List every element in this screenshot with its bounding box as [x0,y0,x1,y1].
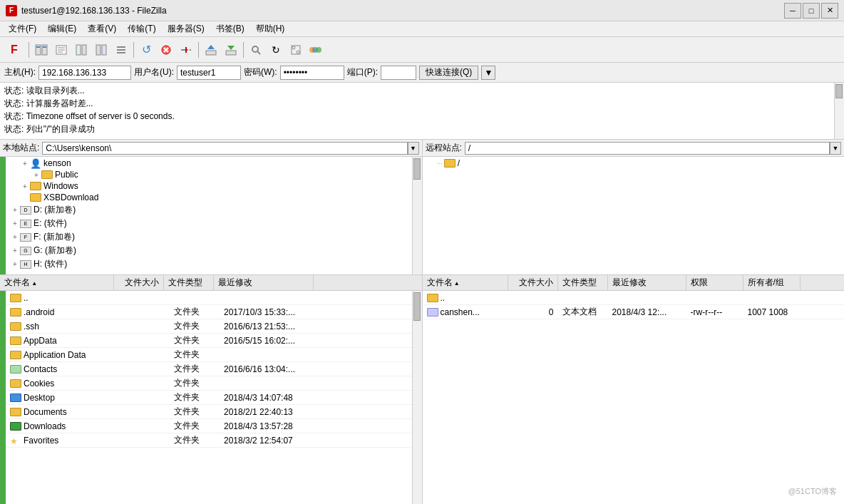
title-bar: F testuser1@192.168.136.133 - FileZilla … [0,0,844,21]
menu-view[interactable]: 查看(V) [82,21,122,36]
tree-item-xsbdownload[interactable]: XSBDownload [6,192,412,203]
toolbar-toggle-log[interactable] [52,41,71,59]
file-row-parent[interactable]: .. [6,291,412,305]
file-modified: 2018/4/3 12:... [608,307,686,317]
file-row-parent-remote[interactable]: .. [423,291,845,305]
local-path-input[interactable] [42,142,407,155]
folder-icon [427,294,438,302]
remote-path-dropdown[interactable]: ▼ [830,142,841,155]
toolbar-search[interactable] [247,41,265,59]
doc-icon [427,308,438,317]
minimize-button[interactable]: ─ [784,3,801,19]
folder-icon [10,336,21,345]
port-label: 端口(P): [347,66,378,78]
port-input[interactable] [381,66,416,80]
file-modified: 2018/4/3 13:57:28 [220,421,319,431]
tree-item-kenson[interactable]: + 👤 kenson [6,158,412,169]
menu-bookmarks[interactable]: 书签(B) [210,21,250,36]
col-header-modified-local[interactable]: 最近修改 [214,275,314,290]
toolbar-disconnect[interactable] [177,41,195,59]
downloads-icon [10,422,21,431]
file-row-downloads[interactable]: Downloads 文件夹 2018/4/3 13:57:28 [6,419,412,433]
file-type: 文件夹 [170,377,220,389]
remote-tree-panel: 远程站点: ▼ ··· / [423,140,845,274]
menu-file[interactable]: 文件(F) [3,21,42,36]
file-modified: 2017/10/3 15:33:... [220,307,319,317]
user-input[interactable] [177,66,241,80]
menu-server[interactable]: 服务器(S) [162,21,210,36]
tree-item-d[interactable]: + D D: (新加卷) [6,203,412,217]
folder-icon [10,379,21,388]
tree-item-h[interactable]: + H H: (软件) [6,257,412,271]
tree-item-f[interactable]: + F F: (新加卷) [6,230,412,244]
folder-icon [30,182,41,190]
quick-connect-dropdown[interactable]: ▼ [481,66,495,80]
file-row-appdata2[interactable]: Application Data 文件夹 [6,348,412,362]
user-label: 用户名(U): [134,66,174,78]
toolbar-sep-2 [133,42,134,58]
local-path-dropdown[interactable]: ▼ [408,142,419,155]
tree-label: / [458,158,460,168]
tree-item-root[interactable]: ··· / [423,158,845,169]
file-row-canshen[interactable]: canshen... 0 文本文档 2018/4/3 12:... -rw-r-… [423,305,845,319]
file-row-favorites[interactable]: ★Favorites 文件夹 2018/3/2 12:54:07 [6,433,412,448]
status-scrollbar[interactable] [834,83,844,139]
tree-item-windows[interactable]: + Windows [6,180,412,192]
tree-item-e[interactable]: + E E: (软件) [6,217,412,230]
col-header-name-remote[interactable]: 文件名 [423,275,508,290]
file-row-cookies[interactable]: Cookies 文件夹 [6,376,412,391]
toolbar-toggle-queue[interactable] [112,41,130,59]
toolbar-reconnect[interactable]: ↺ [137,41,155,59]
toolbar-filter[interactable] [287,41,305,59]
folder-icon [10,408,21,416]
col-header-type-local[interactable]: 文件类型 [164,275,214,290]
remote-path-input[interactable] [465,142,830,155]
col-header-type-remote[interactable]: 文件类型 [558,275,608,290]
file-row-appdata[interactable]: AppData 文件夹 2016/5/15 16:02:... [6,334,412,348]
folder-icon [10,322,21,331]
close-button[interactable]: ✕ [821,3,838,19]
remote-file-list: .. canshen... 0 文本文档 2018/4/3 12:... [423,291,845,504]
file-modified: 2018/2/1 22:40:13 [220,407,319,417]
file-row-ssh[interactable]: .ssh 文件夹 2016/6/13 21:53:... [6,319,412,334]
pass-label: 密码(W): [244,66,277,78]
toolbar-cancel[interactable] [157,41,175,59]
toolbar-compare[interactable] [307,41,325,59]
remote-panel-label: 远程站点: [426,142,462,154]
expand-icon: + [10,260,20,268]
file-row-documents[interactable]: Documents 文件夹 2018/2/1 22:40:13 [6,405,412,419]
status-line-4: 状态: 列出"/"的目录成功 [4,123,830,135]
svg-point-32 [316,47,321,53]
host-input[interactable] [38,66,131,80]
col-header-size-local[interactable]: 文件大小 [114,275,164,290]
toolbar-upload[interactable] [202,41,220,59]
quick-connect-button[interactable]: 快速连接(Q) [419,66,478,80]
toolbar-toggle-remote[interactable] [92,41,110,59]
col-header-modified-remote[interactable]: 最近修改 [608,275,686,290]
drive-icon: E [20,220,31,228]
pass-input[interactable] [280,66,344,80]
file-row-android[interactable]: .android 文件夹 2017/10/3 15:33:... [6,305,412,319]
file-row-contacts[interactable]: Contacts 文件夹 2016/6/16 13:04:... [6,362,412,376]
file-modified: 2016/5/15 16:02:... [220,336,319,346]
col-header-perm-remote[interactable]: 权限 [686,275,743,290]
toolbar-refresh[interactable]: ↻ [267,41,285,59]
maximize-button[interactable]: □ [803,3,820,19]
file-type: 文件夹 [170,406,220,418]
toolbar-download[interactable] [222,41,240,59]
menu-edit[interactable]: 编辑(E) [42,21,82,36]
toolbar-open-manager[interactable] [32,41,51,59]
toolbar-toggle-local[interactable] [72,41,91,59]
file-type: 文件夹 [170,434,220,446]
local-tree-scrollbar[interactable] [412,157,422,274]
menu-transfer[interactable]: 传输(T) [122,21,161,36]
col-header-owner-remote[interactable]: 所有者/组 [743,275,801,290]
local-file-scrollbar[interactable] [412,291,422,504]
col-header-name-local[interactable]: 文件名 [0,275,114,290]
file-type: 文本文档 [558,306,608,318]
col-header-size-remote[interactable]: 文件大小 [508,275,558,290]
menu-help[interactable]: 帮助(H) [250,21,291,36]
tree-item-g[interactable]: + G G: (新加卷) [6,244,412,257]
tree-item-public[interactable]: + Public [6,169,412,180]
file-row-desktop[interactable]: Desktop 文件夹 2018/4/3 14:07:48 [6,391,412,405]
